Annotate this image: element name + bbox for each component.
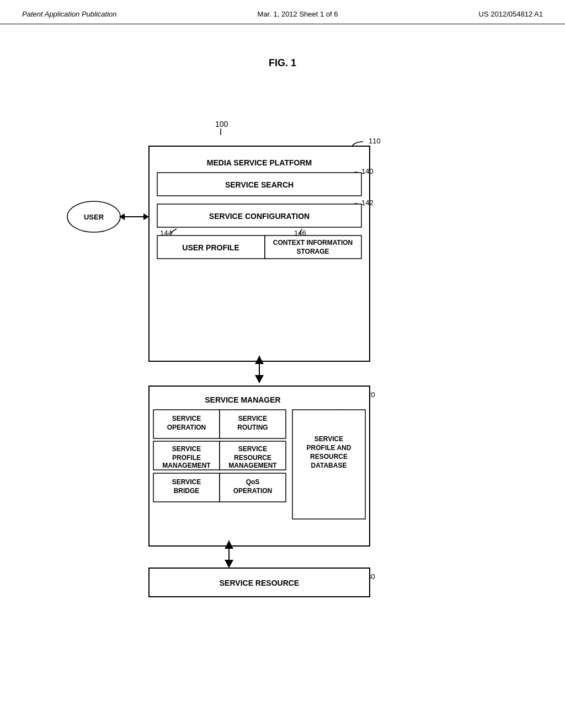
ref-100: 100 (215, 120, 228, 129)
header-right: US 2012/054812 A1 (479, 10, 543, 18)
page-header: Patent Application Publication Mar. 1, 2… (0, 0, 565, 24)
header-center: Mar. 1, 2012 Sheet 1 of 6 (258, 10, 338, 18)
service-resource-mgmt-label1: SERVICE (238, 445, 267, 453)
service-profile-resource-db-label4: DATABASE (311, 462, 347, 469)
service-profile-mgmt-label2: PROFILE (172, 454, 201, 462)
service-routing-label1: SERVICE (238, 415, 267, 422)
service-manager-label: SERVICE MANAGER (205, 395, 280, 404)
service-routing-label2: ROUTING (237, 424, 268, 431)
header-left: Patent Application Publication (22, 10, 117, 18)
arrow-right (143, 213, 149, 220)
service-profile-resource-db-label1: SERVICE (315, 435, 343, 443)
service-bridge-label1: SERVICE (172, 478, 201, 486)
service-search-label: SERVICE SEARCH (225, 180, 294, 189)
service-configuration-label: SERVICE CONFIGURATION (209, 212, 310, 221)
service-operation-label1: SERVICE (172, 415, 201, 422)
service-profile-resource-db-label2: PROFILE AND (307, 444, 351, 452)
service-resource-mgmt-label3: MANAGEMENT (228, 462, 277, 469)
media-service-platform-label: MEDIA SERVICE PLATFORM (207, 158, 312, 167)
figure-title: FIG. 1 (0, 57, 565, 69)
ref-110: 110 (369, 137, 381, 145)
service-profile-mgmt-label1: SERVICE (172, 445, 201, 453)
context-info-storage-label1: CONTEXT INFORMATION (273, 239, 353, 247)
context-info-storage-label2: STORAGE (296, 248, 329, 255)
service-profile-resource-db-label3: RESOURCE (310, 453, 348, 461)
ref-140: 140 (361, 167, 374, 175)
service-bridge-label2: BRIDGE (174, 487, 200, 495)
ref-142: 142 (361, 199, 374, 207)
user-label: USER (84, 213, 104, 221)
service-profile-mgmt-label3: MANAGEMENT (162, 462, 211, 469)
service-operation-label2: OPERATION (167, 424, 206, 431)
service-resource-label: SERVICE RESOURCE (220, 579, 299, 587)
qos-operation-label2: OPERATION (233, 487, 272, 495)
user-profile-label: USER PROFILE (182, 243, 239, 252)
qos-operation-label1: QoS (246, 478, 260, 486)
service-resource-mgmt-label2: RESOURCE (234, 454, 271, 462)
